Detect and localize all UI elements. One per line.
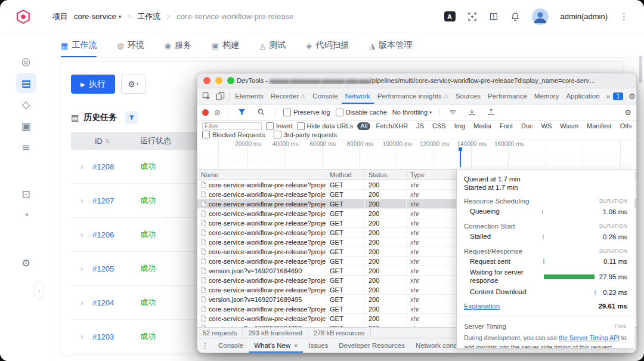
network-settings-icon[interactable]: ⚙ <box>624 108 631 117</box>
export-har-icon[interactable] <box>487 108 496 117</box>
task-id-link[interactable]: #1207 <box>92 196 138 205</box>
chip-manifest[interactable]: Manifest <box>584 122 615 130</box>
chip-all[interactable]: All <box>357 122 370 130</box>
scan-icon[interactable] <box>467 12 477 21</box>
chip-img[interactable]: Img <box>451 122 468 130</box>
tab-build[interactable]: ▣ 构建 <box>212 33 239 57</box>
column-status[interactable]: Status <box>364 171 406 178</box>
tab-version-management[interactable]: ◮ 版本管理 <box>369 33 412 57</box>
notification-badge[interactable]: 1 <box>613 92 623 100</box>
drawer-tab-issues[interactable]: Issues <box>303 338 333 353</box>
sidebar-collapse-handle[interactable]: › <box>35 282 44 300</box>
disable-cache-checkbox[interactable]: Disable cache <box>336 109 387 116</box>
devtools-settings-icon[interactable]: ⚙ <box>628 92 636 101</box>
chip-css[interactable]: CSS <box>429 122 449 130</box>
devtools-tab-performance[interactable]: Performance <box>484 88 531 104</box>
explanation-link[interactable]: Explanation <box>464 303 500 310</box>
close-icon[interactable]: × <box>294 343 298 349</box>
column-type[interactable]: Type <box>406 171 457 178</box>
import-har-icon[interactable] <box>468 108 477 117</box>
docs-icon[interactable] <box>489 12 499 21</box>
nav-resources-icon[interactable]: ≋ <box>16 137 36 158</box>
column-name[interactable]: Name <box>197 171 326 178</box>
breadcrumb-project-select[interactable]: core-service ▾ <box>74 12 121 21</box>
scrollbar-thumb[interactable] <box>639 55 642 83</box>
more-menu-icon[interactable]: ⋮ <box>620 11 628 22</box>
clear-button[interactable]: ⊘ <box>214 108 221 117</box>
sort-icon[interactable]: ⇅ <box>105 138 110 144</box>
throttling-select[interactable]: No throttling ▾ <box>392 109 432 116</box>
search-icon[interactable] <box>257 108 266 117</box>
drawer-tab-developer-resources[interactable]: Developer Resources <box>333 338 410 353</box>
breadcrumb-root[interactable]: 项目 <box>52 11 68 22</box>
zoom-window-button[interactable] <box>227 77 234 84</box>
pipeline-config-button[interactable]: ⚙ + <box>121 75 146 94</box>
devtools-tab-sources[interactable]: Sources <box>452 88 484 104</box>
devtools-tab-application[interactable]: Application <box>562 88 603 104</box>
expand-icon[interactable]: › <box>71 264 92 273</box>
filter-icon[interactable] <box>238 108 247 117</box>
tab-workflow[interactable]: ▦ 工作流 <box>61 33 97 57</box>
expand-icon[interactable]: › <box>71 196 92 205</box>
tab-services[interactable]: ◉ 服务 <box>165 33 191 57</box>
task-id-link[interactable]: #1203 <box>92 332 138 341</box>
invert-checkbox[interactable]: Invert <box>266 122 293 130</box>
close-window-button[interactable] <box>203 77 210 84</box>
filter-input[interactable] <box>202 122 262 130</box>
devtools-tab-console[interactable]: Console <box>309 88 341 104</box>
drawer-tab-console[interactable]: Console <box>213 338 249 353</box>
run-button[interactable]: ▶ 执行 <box>71 75 115 94</box>
history-filter-button[interactable] <box>125 111 138 124</box>
task-id-link[interactable]: #1205 <box>92 264 138 273</box>
nav-settings-icon[interactable]: ⚙ <box>16 253 36 273</box>
device-toolbar-icon[interactable] <box>216 92 225 101</box>
tab-environment[interactable]: ◍ 环境 <box>117 33 144 57</box>
language-badge[interactable]: A <box>444 11 456 21</box>
record-button[interactable] <box>202 109 209 116</box>
hide-data-urls-checkbox[interactable]: Hide data URLs <box>297 122 354 130</box>
username[interactable]: admin(admin) <box>561 12 608 21</box>
blocked-requests-checkbox[interactable]: Blocked Requests <box>202 131 265 138</box>
devtools-tab-network[interactable]: Network <box>342 88 374 104</box>
breadcrumb-section[interactable]: 工作流 <box>137 11 160 22</box>
nav-ops-icon[interactable]: ◇ <box>16 94 36 115</box>
minimize-window-button[interactable] <box>215 77 222 84</box>
task-id-link[interactable]: #1206 <box>92 230 138 239</box>
chip-js[interactable]: JS <box>413 122 427 130</box>
devtools-tab-recorder[interactable]: Recorder ⚠ <box>267 88 309 104</box>
chip-font[interactable]: Font <box>497 122 516 130</box>
tab-test[interactable]: ◬ 测试 <box>259 33 286 57</box>
expand-icon[interactable]: › <box>71 298 92 307</box>
devtools-tab-performance-insights[interactable]: Performance insights ⚠ <box>374 88 452 104</box>
task-id-link[interactable]: #1204 <box>92 298 138 307</box>
more-tabs-icon[interactable]: » <box>603 92 613 100</box>
avatar[interactable] <box>532 8 549 25</box>
chip-doc[interactable]: Doc <box>518 122 536 130</box>
nav-dashboard-icon[interactable]: ◔ <box>16 205 36 226</box>
drawer-tab-whats-new[interactable]: What's New × <box>249 338 303 353</box>
network-overview-timeline[interactable]: 20000 ms40000 ms60000 ms80000 ms100000 m… <box>197 140 636 169</box>
chip-other[interactable]: Other <box>617 122 631 130</box>
nav-workflow-icon[interactable]: ▤ <box>16 73 36 93</box>
expand-icon[interactable]: › <box>71 332 92 341</box>
tab-code-scan[interactable]: ◈ 代码扫描 <box>306 33 349 57</box>
task-id-link[interactable]: #1208 <box>92 162 138 171</box>
devtools-tab-memory[interactable]: Memory <box>531 88 563 104</box>
inspect-icon[interactable] <box>202 92 211 101</box>
drawer-menu-icon[interactable]: ⋮ <box>197 341 213 350</box>
chip-media[interactable]: Media <box>470 122 494 130</box>
expand-icon[interactable]: › <box>71 162 92 171</box>
preserve-log-checkbox[interactable]: Preserve log <box>283 109 330 116</box>
chip-ws[interactable]: WS <box>538 122 555 130</box>
nav-overview-icon[interactable]: ◎ <box>16 51 36 72</box>
chip-wasm[interactable]: Wasm <box>557 122 581 130</box>
network-conditions-icon[interactable] <box>449 108 458 117</box>
expand-icon[interactable]: › <box>71 230 92 239</box>
devtools-tab-elements[interactable]: Elements <box>231 88 267 104</box>
third-party-requests-checkbox[interactable]: 3rd-party requests <box>274 131 337 138</box>
chip-fetch-xhr[interactable]: Fetch/XHR <box>373 122 411 130</box>
nav-monitor-icon[interactable]: ⊡ <box>16 184 36 204</box>
server-timing-api-link[interactable]: the Server Timing API <box>559 334 620 341</box>
bell-icon[interactable] <box>510 12 520 21</box>
column-method[interactable]: Method <box>326 171 364 178</box>
